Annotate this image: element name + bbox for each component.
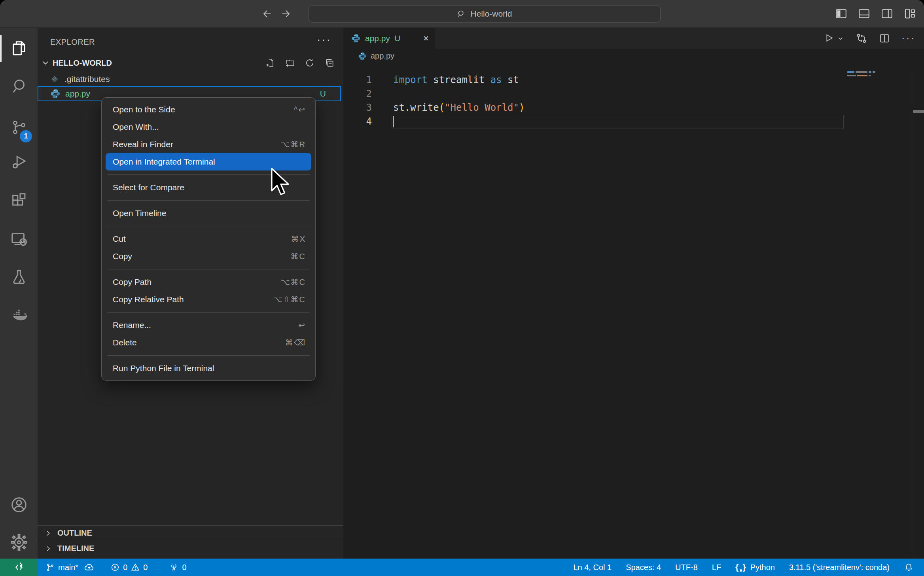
chevron-down-icon <box>837 35 844 42</box>
open-changes-icon[interactable] <box>856 32 867 44</box>
branch-status-item[interactable]: main* <box>45 562 95 573</box>
warning-icon <box>131 563 140 572</box>
ports-status-item[interactable]: 0 <box>169 563 186 572</box>
collapse-all-icon[interactable] <box>324 58 335 68</box>
activitybar-accounts[interactable] <box>0 493 38 517</box>
cloud-upload-icon <box>84 562 95 573</box>
error-count: 0 <box>123 563 127 572</box>
encoding-item[interactable]: UTF-8 <box>675 563 698 572</box>
refresh-icon[interactable] <box>305 58 315 68</box>
tab-close-icon[interactable]: × <box>423 33 429 44</box>
nav-forward-icon[interactable] <box>281 8 292 19</box>
root-folder-label: HELLO-WORLD <box>53 59 112 68</box>
menu-item-rename[interactable]: Rename...↩ <box>102 316 315 334</box>
timeline-label: TIMELINE <box>57 544 94 553</box>
activitybar-source-control[interactable]: 1 <box>0 116 38 139</box>
editor-group: app.py U × ··· app.py 1 import s <box>343 28 924 559</box>
text-cursor <box>393 116 394 127</box>
timeline-section-header[interactable]: TIMELINE <box>38 541 343 556</box>
activity-bar: 1 <box>0 28 38 559</box>
search-icon <box>457 9 466 18</box>
radio-tower-icon <box>169 563 179 572</box>
language-brackets-icon: { } <box>735 563 747 572</box>
activitybar-docker[interactable] <box>0 303 38 327</box>
toggle-primary-sidebar-icon[interactable] <box>835 8 847 20</box>
chevron-down-icon <box>41 58 50 68</box>
breadcrumb[interactable]: app.py <box>343 49 924 63</box>
menu-item-open-with[interactable]: Open With... <box>102 118 315 136</box>
menu-item-copy-relative-path[interactable]: Copy Relative Path⌥⇧⌘C <box>102 291 315 308</box>
menu-item-reveal-in-finder[interactable]: Reveal in Finder⌥⌘R <box>102 136 315 153</box>
new-file-icon[interactable] <box>265 58 275 68</box>
context-menu: Open to the Side^↩ Open With... Reveal i… <box>101 97 316 381</box>
code-line-text: st.write("Hello World") <box>393 101 524 115</box>
branch-name: main* <box>58 563 78 572</box>
bell-icon[interactable] <box>904 563 914 572</box>
activitybar-search[interactable] <box>0 74 38 98</box>
menu-item-open-timeline[interactable]: Open Timeline <box>102 205 315 222</box>
activitybar-extensions[interactable] <box>0 189 38 213</box>
file-name: app.py <box>65 89 90 99</box>
cursor-position-item[interactable]: Ln 4, Col 1 <box>573 563 612 572</box>
token: as <box>490 74 502 85</box>
new-folder-icon[interactable] <box>285 58 295 68</box>
run-python-button[interactable] <box>824 33 844 44</box>
scrollbar-track[interactable] <box>913 72 913 559</box>
beaker-icon <box>10 268 28 286</box>
toggle-secondary-sidebar-icon[interactable] <box>881 8 893 20</box>
menu-item-run-python-file-in-terminal[interactable]: Run Python File in Terminal <box>102 360 315 377</box>
menu-separator <box>107 200 310 201</box>
menu-separator <box>107 312 310 313</box>
split-editor-icon[interactable] <box>879 33 890 44</box>
vscode-window: Hello-world 1 <box>0 0 924 576</box>
menu-item-copy-path[interactable]: Copy Path⌥⌘C <box>102 273 315 291</box>
editor-more-actions[interactable]: ··· <box>901 32 915 44</box>
scm-changes-badge: 1 <box>20 130 32 142</box>
activitybar-explorer[interactable] <box>0 36 38 60</box>
tab-label: app.py <box>365 34 390 43</box>
folder-root-row[interactable]: HELLO-WORLD <box>38 55 343 70</box>
customize-layout-icon[interactable] <box>904 8 916 20</box>
tab-app-py[interactable]: app.py U × <box>343 28 435 49</box>
explorer-more-actions[interactable]: ··· <box>317 33 331 46</box>
minimap[interactable] <box>847 71 875 78</box>
file-name: .gitattributes <box>64 74 110 84</box>
activitybar-testing[interactable] <box>0 265 38 289</box>
python-file-icon <box>351 34 361 43</box>
menu-item-open-to-side[interactable]: Open to the Side^↩ <box>102 101 315 118</box>
toggle-panel-icon[interactable] <box>858 8 870 20</box>
menu-item-copy[interactable]: Copy⌘C <box>102 248 315 265</box>
remote-indicator[interactable] <box>0 559 38 576</box>
gear-icon <box>10 533 28 551</box>
menu-separator <box>107 269 310 269</box>
python-interpreter-item[interactable]: 3.11.5 ('streamlitenv': conda) <box>789 563 890 572</box>
outline-section-header[interactable]: OUTLINE <box>38 525 343 540</box>
menu-separator <box>107 226 310 226</box>
search-icon <box>10 77 28 95</box>
activitybar-remote-explorer[interactable] <box>0 227 38 251</box>
line-number: 2 <box>343 87 372 101</box>
menu-item-delete[interactable]: Delete⌘⌫ <box>102 334 315 351</box>
menu-item-cut[interactable]: Cut⌘X <box>102 230 315 248</box>
mouse-pointer-icon <box>271 168 290 197</box>
tab-bar: app.py U × ··· <box>343 28 924 49</box>
problems-status-item[interactable]: 0 0 <box>110 563 148 572</box>
token: st <box>502 74 519 85</box>
menu-separator <box>107 355 310 356</box>
git-status-badge: U <box>320 89 326 99</box>
command-center-search[interactable]: Hello-world <box>309 5 661 23</box>
code-area[interactable]: 1 import streamlit as st 2 3 st.write("H… <box>343 63 924 559</box>
nav-back-icon[interactable] <box>261 8 272 19</box>
remote-icon <box>13 562 25 573</box>
token: st.write <box>393 102 439 113</box>
activitybar-settings[interactable] <box>0 531 38 554</box>
ports-count: 0 <box>182 563 186 572</box>
activitybar-run-debug[interactable] <box>0 150 38 174</box>
file-row-gitattributes[interactable]: .gitattributes <box>38 72 343 86</box>
git-branch-icon <box>45 563 55 572</box>
line-number-active: 4 <box>343 115 372 129</box>
eol-item[interactable]: LF <box>712 563 721 572</box>
search-text: Hello-world <box>470 9 512 19</box>
language-mode-item[interactable]: { } Python <box>735 563 775 572</box>
indentation-item[interactable]: Spaces: 4 <box>626 563 661 572</box>
